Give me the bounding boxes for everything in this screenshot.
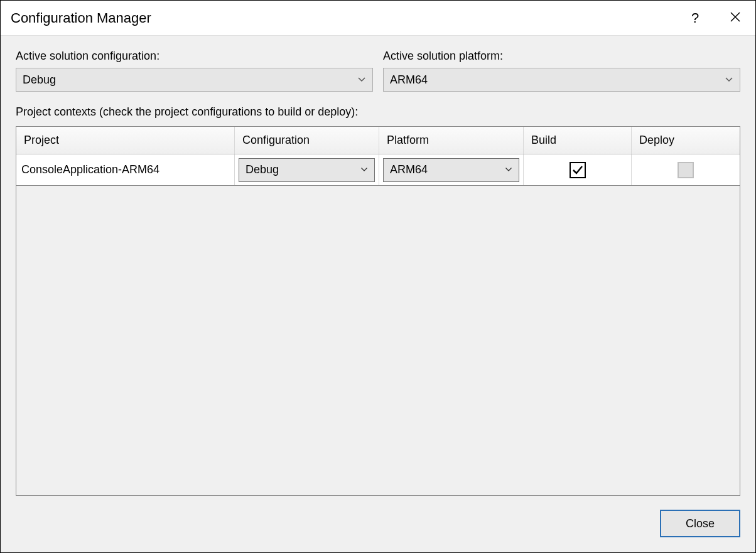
chevron-down-icon: [505, 166, 512, 174]
column-header-platform[interactable]: Platform: [379, 127, 524, 154]
active-platform-dropdown[interactable]: ARM64: [383, 68, 740, 92]
active-platform-value: ARM64: [390, 73, 428, 87]
dialog-footer: Close: [16, 496, 740, 537]
project-platform-cell: ARM64: [379, 154, 524, 185]
project-deploy-cell: [632, 154, 740, 185]
deploy-checkbox: [678, 162, 694, 178]
close-button-label: Close: [686, 517, 715, 530]
close-window-button[interactable]: [715, 1, 755, 35]
solution-settings-row: Active solution configuration: Debug Act…: [16, 50, 740, 92]
project-name-cell: ConsoleApplication-ARM64: [16, 154, 235, 185]
active-config-label: Active solution configuration:: [16, 50, 373, 63]
column-header-deploy[interactable]: Deploy: [632, 127, 740, 154]
project-config-value: Debug: [246, 163, 279, 176]
project-build-cell: [524, 154, 632, 185]
table-body: ConsoleApplication-ARM64 Debug ARM64: [16, 154, 740, 495]
active-config-value: Debug: [23, 73, 56, 87]
active-config-dropdown[interactable]: Debug: [16, 68, 373, 92]
dialog-title: Configuration Manager: [11, 10, 151, 26]
dialog-content: Active solution configuration: Debug Act…: [1, 36, 755, 552]
build-checkbox[interactable]: [570, 162, 586, 178]
active-config-group: Active solution configuration: Debug: [16, 50, 373, 92]
project-config-cell: Debug: [235, 154, 379, 185]
help-icon: ?: [691, 10, 699, 26]
checkmark-icon: [571, 164, 584, 176]
active-platform-label: Active solution platform:: [383, 50, 740, 63]
active-platform-group: Active solution platform: ARM64: [383, 50, 740, 92]
configuration-manager-dialog: Configuration Manager ? Active solution …: [0, 0, 756, 553]
project-platform-dropdown[interactable]: ARM64: [383, 158, 519, 182]
project-config-dropdown[interactable]: Debug: [239, 158, 375, 182]
chevron-down-icon: [360, 166, 368, 174]
table-header-row: Project Configuration Platform Build Dep…: [16, 127, 740, 154]
titlebar: Configuration Manager ?: [1, 1, 755, 36]
help-button[interactable]: ?: [675, 1, 715, 35]
close-button[interactable]: Close: [660, 510, 740, 537]
column-header-project[interactable]: Project: [16, 127, 235, 154]
column-header-configuration[interactable]: Configuration: [235, 127, 379, 154]
table-row: ConsoleApplication-ARM64 Debug ARM64: [16, 154, 740, 186]
project-contexts-label: Project contexts (check the project conf…: [16, 105, 740, 119]
titlebar-controls: ?: [675, 1, 755, 35]
column-header-build[interactable]: Build: [524, 127, 632, 154]
close-icon: [730, 10, 741, 26]
project-contexts-table: Project Configuration Platform Build Dep…: [16, 126, 740, 496]
chevron-down-icon: [725, 75, 733, 85]
project-platform-value: ARM64: [390, 163, 428, 176]
chevron-down-icon: [357, 75, 366, 85]
